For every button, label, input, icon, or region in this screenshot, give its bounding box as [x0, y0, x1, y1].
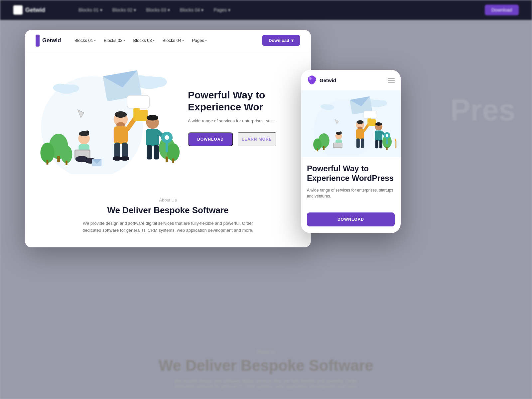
svg-point-55: [309, 77, 312, 80]
hamburger-line-2: [388, 80, 395, 80]
svg-point-25: [85, 130, 89, 134]
svg-rect-95: [379, 140, 382, 148]
mobile-hamburger-button[interactable]: [388, 78, 395, 82]
hero-title-line1: Powerful Way to: [188, 89, 265, 100]
bg-logo-icon: [13, 5, 23, 15]
svg-rect-94: [375, 140, 378, 148]
desktop-nav-blocks01[interactable]: Blocks 01 ▾: [74, 38, 96, 43]
overlay-container: Getwid Blocks 01 ▾ Blocks 02 ▾ Blocks 03…: [25, 30, 401, 247]
mobile-hero-subtitle: A wide range of services for enterprises…: [307, 187, 395, 199]
desktop-nav-pages[interactable]: Pages ▾: [192, 38, 207, 43]
svg-point-3: [151, 77, 167, 87]
svg-rect-16: [47, 160, 49, 165]
mobile-download-button[interactable]: DOWNLOAD: [307, 212, 395, 226]
mobile-illustration-svg: [304, 92, 397, 156]
mobile-hero-illustration: [301, 91, 401, 157]
svg-rect-49: [147, 145, 152, 159]
desktop-nav-label: Blocks 04: [163, 38, 181, 43]
svg-point-61: [321, 104, 329, 109]
bg-nav-item-5: Pages ▾: [213, 7, 230, 13]
bg-logo-text: Getwid: [25, 7, 45, 14]
svg-rect-14: [57, 156, 60, 162]
svg-rect-86: [361, 139, 364, 148]
hero-illustration-svg: [28, 61, 181, 174]
hamburger-line-3: [388, 82, 395, 82]
bg-bottom-section: About Us We Deliver Bespoke Software We …: [0, 339, 532, 399]
svg-rect-84: [367, 118, 371, 121]
svg-rect-50: [154, 145, 159, 159]
bg-nav-item-2: Blocks 02 ▾: [112, 7, 136, 13]
svg-point-17: [61, 145, 72, 163]
desktop-nav-label: Pages: [192, 38, 204, 43]
desktop-logo-bar-icon: [36, 35, 40, 47]
svg-point-43: [147, 115, 159, 120]
bg-nav-items: Blocks 01 ▾ Blocks 02 ▾ Blocks 03 ▾ Bloc…: [78, 7, 230, 13]
svg-rect-67: [323, 146, 325, 150]
svg-point-88: [375, 122, 382, 126]
svg-rect-22: [172, 159, 174, 163]
chevron-down-icon: ▾: [153, 39, 155, 42]
svg-rect-18: [66, 161, 67, 165]
mobile-navbar: Getwid: [301, 70, 401, 91]
mobile-logo-icon: [307, 75, 317, 85]
svg-point-5: [53, 83, 67, 92]
desktop-nav-label: Blocks 02: [104, 38, 122, 43]
bg-pres-text: Pres: [451, 93, 515, 127]
desktop-nav-blocks04[interactable]: Blocks 04 ▾: [163, 38, 184, 43]
hero-title-line2: Experience Wor: [188, 101, 263, 112]
hero-illustration: [25, 58, 185, 178]
hero-download-button[interactable]: DOWNLOAD: [188, 132, 233, 146]
desktop-logo: Getwid: [36, 35, 61, 47]
desktop-nav-blocks02[interactable]: Blocks 02 ▾: [104, 38, 125, 43]
about-title: We Deliver Bespoke Software: [42, 205, 294, 215]
svg-point-47: [165, 135, 169, 140]
bg-nav-item-4: Blocks 04 ▾: [180, 7, 204, 13]
svg-rect-39: [122, 143, 128, 159]
bg-about-label: About Us: [27, 349, 505, 354]
svg-point-80: [356, 120, 363, 124]
bg-logo: Getwid: [13, 5, 45, 15]
svg-point-59: [378, 100, 387, 106]
svg-rect-20: [166, 157, 168, 162]
hero-title: Powerful Way to Experience Wor: [188, 89, 301, 113]
chevron-down-icon: ▾: [291, 38, 294, 43]
svg-point-6: [66, 84, 79, 92]
svg-rect-69: [317, 149, 318, 151]
hero-learn-more-button[interactable]: LEARN MORE: [238, 132, 276, 146]
mobile-logo-text: Getwid: [320, 77, 336, 83]
svg-marker-97: [395, 139, 396, 141]
svg-rect-71: [386, 147, 388, 150]
svg-point-33: [115, 111, 127, 118]
svg-rect-85: [356, 139, 360, 148]
svg-point-74: [339, 131, 342, 134]
bg-download-btn: Download: [485, 5, 519, 15]
hero-buttons: DOWNLOAD LEARN MORE: [188, 132, 301, 146]
svg-point-92: [386, 134, 388, 137]
svg-rect-37: [133, 108, 140, 112]
bg-navbar: Getwid Blocks 01 ▾ Blocks 02 ▾ Blocks 03…: [0, 0, 532, 20]
hamburger-line-1: [388, 78, 395, 78]
hero-subtitle: A wide range of services for enterprises…: [188, 118, 301, 124]
bg-deliver-title: We Deliver Bespoke Software: [27, 356, 505, 374]
bg-deliver-body: We provide design and software digital s…: [166, 378, 366, 389]
desktop-logo-text: Getwid: [42, 37, 61, 44]
mobile-hero-title: Powerful Way to Experience WordPress: [307, 164, 395, 183]
desktop-nav-blocks03[interactable]: Blocks 03 ▾: [133, 38, 154, 43]
desktop-nav-label: Blocks 03: [133, 38, 152, 43]
about-label: About Us: [42, 198, 294, 202]
about-body: We provide design and software digital s…: [81, 220, 254, 234]
svg-point-41: [120, 156, 129, 161]
mobile-hero-text: Powerful Way to Experience WordPress A w…: [301, 157, 401, 212]
bg-nav-item-3: Blocks 03 ▾: [146, 7, 170, 13]
hero-text-side: Powerful Way to Experience Wor A wide ra…: [185, 82, 311, 153]
desktop-hero: Powerful Way to Experience Wor A wide ra…: [25, 51, 311, 184]
chevron-down-icon: ▾: [123, 39, 125, 42]
svg-point-21: [167, 143, 180, 161]
svg-rect-77: [334, 143, 342, 147]
desktop-about: About Us We Deliver Bespoke Software We …: [25, 184, 311, 247]
svg-rect-11: [127, 95, 149, 108]
desktop-nav-items: Blocks 01 ▾ Blocks 02 ▾ Blocks 03 ▾ Bloc…: [74, 38, 207, 43]
svg-rect-96: [395, 141, 396, 148]
desktop-download-label: Download: [269, 38, 289, 43]
desktop-download-button[interactable]: Download ▾: [262, 35, 300, 46]
